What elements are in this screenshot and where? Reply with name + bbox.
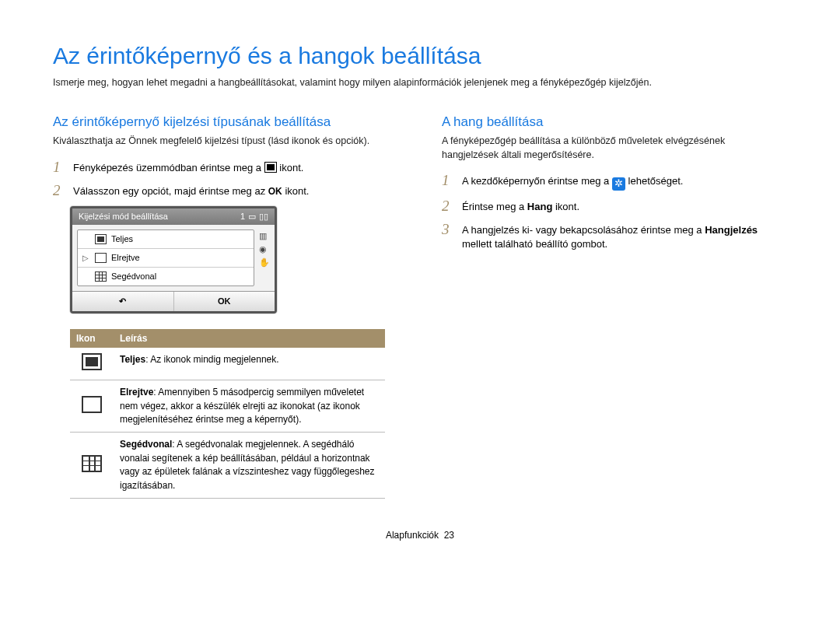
back-button[interactable]: ↶ [72, 292, 174, 311]
table-header-icon: Ikon [70, 329, 114, 348]
camera-ui-title: Kijelzési mód beállítása [79, 212, 168, 221]
row-desc: : Amennyiben 5 másodpercig semmilyen műv… [120, 387, 364, 425]
option-teljes[interactable]: Teljes [78, 230, 254, 249]
table-row: Elrejtve: Amennyiben 5 másodpercig semmi… [70, 380, 385, 433]
step-number: 1 [442, 173, 453, 187]
left-column: Az érintőképernyő kijelzési típusának be… [53, 114, 395, 499]
grid-icon [82, 455, 102, 472]
hidden-icon [82, 396, 102, 413]
right-intro: A fényképezőgép beállítása a különböző m… [442, 135, 784, 162]
camera-ui-screenshot: Kijelzési mód beállítása 1 ▭ ▯▯ Teljes [70, 206, 277, 313]
step-text: ikont. [285, 185, 309, 197]
table-row: Teljes: Az ikonok mindig megjelennek. [70, 348, 385, 380]
option-elrejtve[interactable]: Elrejtve [78, 249, 254, 268]
right-step-1: 1 A kezdőképernyőn érintse meg a ✲ lehet… [442, 173, 784, 191]
step-text: Válasszon egy opciót, majd érintse meg a… [73, 185, 268, 197]
side-icon: ✋ [259, 257, 270, 268]
full-icon [95, 234, 107, 244]
left-intro: Kiválaszthatja az Önnek megfelelő kijelz… [53, 135, 395, 149]
row-term: Segédvonal [120, 439, 172, 450]
step-text: lehetőséget. [628, 175, 684, 187]
battery-icon: ▯▯ [259, 212, 268, 222]
icon-description-table: Ikon Leírás Teljes: Az ikonok mindig meg… [70, 329, 385, 499]
right-heading: A hang beállítása [442, 114, 784, 130]
grid-icon [95, 271, 107, 282]
side-icon: ◉ [259, 244, 270, 254]
camera-ui-counter: 1 [240, 212, 245, 222]
step-bold: Hangjelzés [705, 224, 758, 236]
storage-icon: ▭ [248, 212, 256, 222]
option-label: Elrejtve [111, 253, 140, 262]
ok-icon: OK [268, 186, 282, 197]
step-text: Fényképezés üzemmódban érintse meg a [73, 162, 264, 173]
left-heading: Az érintőképernyő kijelzési típusának be… [53, 114, 395, 130]
option-label: Teljes [111, 234, 133, 243]
table-row: Segédvonal: A segédvonalak megjelennek. … [70, 433, 385, 499]
row-term: Teljes [120, 354, 145, 365]
step-number: 2 [442, 198, 453, 213]
side-icon: ▥ [259, 231, 270, 241]
right-step-3: 3 A hangjelzés ki- vagy bekapcsolásához … [442, 222, 784, 251]
step-number: 2 [53, 183, 64, 198]
step-number: 1 [53, 159, 64, 174]
page-number: 23 [444, 530, 454, 541]
option-label: Segédvonal [111, 271, 156, 281]
step-text: A hangjelzés ki- vagy bekapcsolásához ér… [462, 224, 705, 236]
page-title: Az érintőképernyő és a hangok beállítása [53, 43, 787, 69]
row-desc: : Az ikonok mindig megjelennek. [145, 354, 278, 365]
step-bold: Hang [527, 201, 553, 212]
ok-button[interactable]: OK [174, 292, 275, 311]
left-step-1: 1 Fényképezés üzemmódban érintse meg a i… [53, 159, 395, 175]
right-step-2: 2 Érintse meg a Hang ikont. [442, 198, 784, 214]
step-text: ikont. [555, 201, 579, 212]
right-column: A hang beállítása A fényképezőgép beállí… [442, 114, 784, 499]
step-number: 3 [442, 222, 453, 236]
footer-label: Alapfunkciók [386, 530, 439, 541]
option-segedvonal[interactable]: Segédvonal [78, 268, 254, 285]
row-term: Elrejtve [120, 387, 153, 398]
step-text: Érintse meg a [462, 201, 527, 212]
left-step-2: 2 Válasszon egy opciót, majd érintse meg… [53, 183, 395, 198]
table-header-desc: Leírás [114, 329, 385, 348]
step-text: A kezdőképernyőn érintse meg a [462, 175, 612, 187]
page-subtitle: Ismerje meg, hogyan lehet megadni a hang… [53, 77, 787, 88]
display-mode-icon [264, 162, 277, 173]
page-footer: Alapfunkciók 23 [53, 530, 787, 541]
settings-gear-icon: ✲ [612, 177, 625, 191]
step-text: mellett található beállító gombot. [462, 238, 607, 250]
step-text: ikont. [279, 162, 303, 173]
full-icon [82, 353, 102, 370]
hidden-icon [95, 253, 107, 263]
